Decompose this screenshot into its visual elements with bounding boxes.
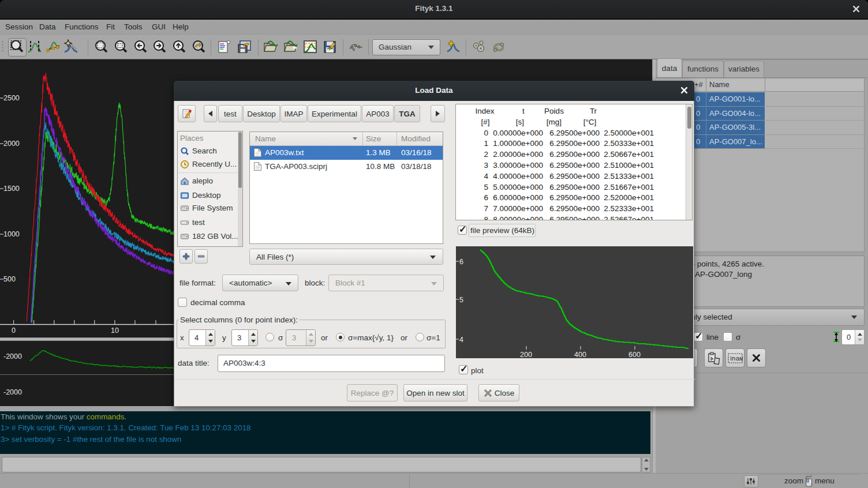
svg-text:200: 200	[520, 351, 532, 358]
svg-text:5: 5	[459, 296, 463, 304]
svg-text:0: 0	[12, 326, 16, 335]
svg-text:4: 4	[459, 336, 463, 344]
svg-text:400: 400	[574, 351, 586, 358]
svg-text:600: 600	[628, 351, 641, 358]
svg-text:2000: 2000	[3, 140, 20, 148]
svg-text:-2000: -2000	[3, 352, 22, 361]
svg-text:1500: 1500	[3, 185, 20, 193]
svg-text:6: 6	[459, 258, 463, 266]
svg-text:10: 10	[111, 326, 119, 335]
svg-text:500: 500	[3, 275, 16, 283]
svg-text:1000: 1000	[3, 230, 20, 238]
svg-text:‖naм: ‖naм	[730, 355, 743, 362]
svg-text:2500: 2500	[3, 94, 20, 102]
